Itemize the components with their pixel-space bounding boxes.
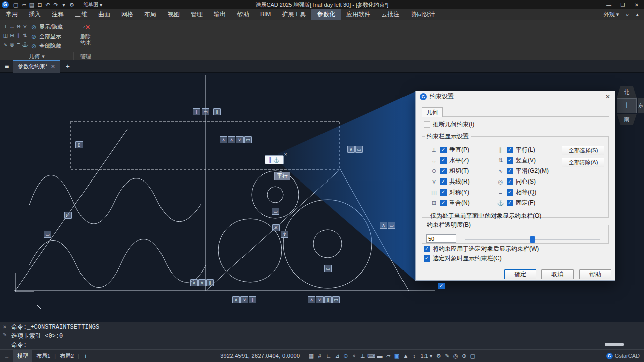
constraint-tool-icon[interactable]: ⊞ bbox=[9, 31, 15, 40]
constraint-badge[interactable]: ∨ bbox=[240, 296, 248, 303]
hide-all-button[interactable]: ⊘全部隐藏 bbox=[30, 41, 74, 51]
viewcube-north-face[interactable]: 北 bbox=[617, 86, 637, 98]
constraint-badge[interactable]: ✕ bbox=[272, 224, 280, 231]
constraint-badge[interactable]: ∧ bbox=[232, 296, 240, 303]
constraint-badge[interactable]: ∧ bbox=[228, 136, 235, 143]
clear-all-button[interactable]: 全部清除(A) bbox=[562, 158, 604, 167]
checkbox[interactable] bbox=[507, 189, 513, 196]
checkbox[interactable] bbox=[440, 189, 447, 196]
checkbox[interactable] bbox=[507, 168, 513, 174]
annotation-monitor-icon[interactable]: ✎ bbox=[443, 353, 451, 359]
constraint-badge[interactable]: ▭ bbox=[324, 265, 332, 272]
constraint-badge[interactable]: ▭ bbox=[202, 108, 209, 115]
file-tabs-menu-icon[interactable]: ≡ bbox=[0, 62, 13, 70]
annotation-visibility-icon[interactable]: ▲ bbox=[401, 353, 410, 359]
tab-geometric[interactable]: 几何 bbox=[422, 107, 443, 117]
autoscale-icon[interactable]: ↕ bbox=[410, 353, 418, 359]
ribbon-tab[interactable]: 协同设计 bbox=[405, 9, 440, 20]
constraint-badge[interactable]: ∨ bbox=[281, 231, 288, 238]
ribbon-tab[interactable]: 注释 bbox=[46, 9, 69, 20]
cancel-button[interactable]: 取消 bbox=[541, 269, 574, 279]
snap-icon[interactable]: # bbox=[315, 353, 324, 359]
checkbox[interactable] bbox=[507, 147, 513, 153]
ok-button[interactable]: 确定 bbox=[504, 269, 536, 279]
constraint-badge[interactable]: ∥ bbox=[193, 108, 200, 115]
constraint-badge[interactable]: ◸ bbox=[64, 212, 72, 219]
constraint-badge[interactable]: ∧ bbox=[220, 136, 227, 143]
checkbox[interactable] bbox=[424, 121, 430, 128]
checkbox[interactable] bbox=[507, 157, 513, 164]
undo-icon[interactable]: ↶ bbox=[44, 2, 52, 8]
workspace-gear-icon[interactable]: ⚙ bbox=[68, 2, 76, 8]
document-tab[interactable]: 参数化约束* ✕ bbox=[13, 60, 60, 73]
constraint-badge[interactable]: ▭ bbox=[44, 231, 51, 238]
polar-tracking-icon[interactable]: ⊿ bbox=[333, 353, 341, 359]
constraint-tool-icon[interactable]: ◎ bbox=[9, 40, 15, 49]
isolate-objects-icon[interactable]: ◎ bbox=[451, 353, 460, 359]
ribbon-tab[interactable]: 插入 bbox=[23, 9, 46, 20]
dialog-titlebar[interactable]: G 约束设置 ✕ bbox=[416, 91, 615, 102]
command-line-panel[interactable]: ✕ ✎ 命令:_+CONSTRAINTSETTINGS选项卡索引 <0>:0命令… bbox=[0, 322, 644, 349]
collapse-ribbon-icon[interactable]: ▴ bbox=[636, 11, 639, 18]
checkbox[interactable] bbox=[440, 178, 447, 185]
lineweight-icon[interactable]: ▬ bbox=[375, 353, 384, 359]
minimize-button[interactable]: — bbox=[602, 2, 616, 8]
ribbon-tab[interactable]: BIM bbox=[255, 9, 276, 20]
current-plane-checkbox[interactable]: 仅为处于当前平面中的对象显示约束栏(O) bbox=[430, 212, 541, 220]
constraint-badge[interactable]: ∧ bbox=[190, 279, 198, 286]
geometric-panel-label[interactable]: 几何 ▾ bbox=[0, 52, 74, 60]
constraint-tool-icon[interactable]: ∥ bbox=[15, 31, 22, 40]
constraint-badge[interactable]: ∨ bbox=[198, 279, 206, 286]
constraint-tool-icon[interactable]: = bbox=[15, 40, 22, 49]
ribbon-tab[interactable]: 输出 bbox=[208, 9, 231, 20]
object-tracking-icon[interactable]: ⌖ bbox=[350, 353, 358, 359]
redo-icon[interactable]: ↷ bbox=[52, 2, 60, 8]
transparency-slider[interactable] bbox=[465, 239, 600, 240]
plot-icon[interactable]: ⊟ bbox=[36, 2, 44, 8]
ribbon-tab[interactable]: 布局 bbox=[139, 9, 162, 20]
layout2-tab[interactable]: 布局2 bbox=[56, 350, 78, 362]
delete-constraint-button[interactable]: ▱ ✕ 删除 约束 bbox=[74, 22, 97, 46]
dynamic-ucs-icon[interactable]: ⊥ bbox=[358, 353, 367, 359]
pencil-icon[interactable]: ✎ bbox=[0, 332, 9, 337]
checkbox[interactable] bbox=[440, 200, 447, 206]
infer-constraints-checkbox[interactable]: 推断几何约束(I) bbox=[424, 120, 474, 129]
constraint-tool-icon[interactable]: ◫ bbox=[2, 31, 9, 40]
statusbar-menu-icon[interactable]: ≡ bbox=[0, 352, 13, 360]
constraint-badge[interactable]: ▯ bbox=[75, 141, 83, 148]
close-icon[interactable]: ✕ bbox=[284, 152, 287, 157]
new-tab-icon[interactable]: + bbox=[66, 62, 70, 70]
constraint-badge[interactable]: ∨ bbox=[236, 136, 244, 143]
ribbon-tab[interactable]: 帮助 bbox=[231, 9, 255, 20]
constraint-tool-icon[interactable]: ∿ bbox=[2, 40, 9, 49]
ribbon-tab[interactable]: 三维 bbox=[69, 9, 93, 20]
selection-cycling-icon[interactable]: ▣ bbox=[392, 353, 401, 359]
view-cube[interactable]: 北 上 南 东 bbox=[616, 86, 643, 135]
ribbon-tab[interactable]: 网格 bbox=[116, 9, 139, 20]
close-icon[interactable]: ✕ bbox=[0, 324, 9, 330]
ribbon-tab[interactable]: 管理 bbox=[185, 9, 208, 20]
command-history[interactable]: 命令:_+CONSTRAINTSETTINGS选项卡索引 <0>:0命令: bbox=[11, 323, 614, 350]
apply-after-select-checkbox[interactable]: 将约束应用于选定对象后显示约束栏(W) bbox=[424, 245, 539, 253]
grid-icon[interactable]: ▦ bbox=[307, 353, 315, 359]
dynamic-input-icon[interactable]: ⌨ bbox=[367, 353, 375, 359]
workspace-selector[interactable]: 二维草图 ▾ bbox=[78, 1, 102, 8]
checkbox[interactable] bbox=[424, 255, 430, 262]
show-on-select-checkbox[interactable]: 选定对象时显示约束栏(C) bbox=[424, 254, 502, 263]
ribbon-tab[interactable]: 曲面 bbox=[93, 9, 116, 20]
viewcube-east-face[interactable]: 东 bbox=[638, 98, 644, 113]
add-layout-icon[interactable]: + bbox=[79, 352, 92, 360]
viewcube-south-face[interactable]: 南 bbox=[617, 114, 637, 125]
ribbon-tab[interactable]: 扩展工具 bbox=[276, 9, 311, 20]
show-all-button[interactable]: ⊘全部显示 bbox=[30, 32, 74, 41]
annotation-scale[interactable]: 1:1 ▾ bbox=[418, 353, 434, 359]
constraint-tool-icon[interactable]: ⟂ bbox=[2, 22, 9, 31]
show-hide-button[interactable]: ⊘显示/隐藏 bbox=[30, 22, 74, 32]
ribbon-tab[interactable]: 视图 bbox=[162, 9, 185, 20]
open-folder-icon[interactable]: ▱ bbox=[20, 2, 28, 8]
checkbox[interactable] bbox=[507, 178, 513, 185]
layout1-tab[interactable]: 布局1 bbox=[32, 350, 54, 362]
manage-panel-label[interactable]: 管理 bbox=[74, 52, 97, 60]
constraint-badge[interactable]: ∧ bbox=[308, 296, 315, 303]
help-button[interactable]: 帮助 bbox=[579, 269, 611, 279]
